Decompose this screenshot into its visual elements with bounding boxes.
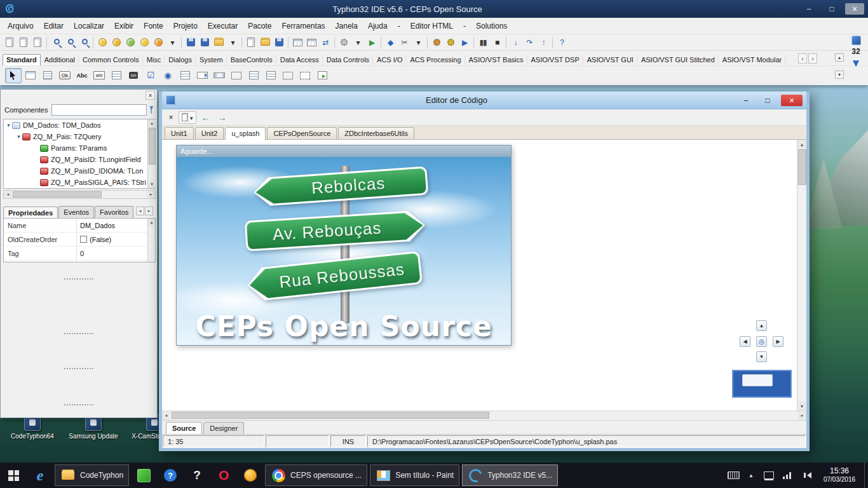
palette-tab[interactable]: ACS Processing <box>406 54 465 65</box>
editor-tab[interactable]: CEPsOpenSource <box>267 127 337 139</box>
property-row[interactable]: OldCreateOrder (False) <box>4 233 155 247</box>
nav-right-button[interactable] <box>773 336 783 347</box>
menu-item[interactable]: Pacote <box>243 22 276 30</box>
tab-scroll-right-icon[interactable] <box>145 207 153 215</box>
tframe-icon[interactable] <box>297 68 313 83</box>
tree-item[interactable]: ZQ_M_PaisID_IDIOMA: TLon <box>4 165 155 177</box>
green-app-button[interactable] <box>130 463 157 488</box>
keyboard-icon[interactable] <box>726 463 741 488</box>
help-white-button[interactable] <box>184 463 210 488</box>
splitter-handle[interactable] <box>64 368 93 369</box>
nav-up-button[interactable] <box>756 320 767 331</box>
tpopupmenu-icon[interactable] <box>39 68 56 83</box>
tedit-icon[interactable]: abI <box>91 68 107 83</box>
tools-dropdown-icon[interactable]: ▾ <box>411 36 425 50</box>
filter-icon[interactable] <box>150 106 154 114</box>
palette-scroll-left-icon[interactable] <box>798 53 807 64</box>
palette-tab[interactable]: Data Access <box>276 54 323 65</box>
menu-item[interactable]: Editor HTML <box>405 22 458 30</box>
menu-item[interactable]: Solutions <box>471 22 512 30</box>
codetyphon64-shortcut[interactable]: CodeTyphon64 <box>5 414 60 440</box>
pause-icon[interactable]: ▮▮ <box>476 36 490 50</box>
new-form-icon[interactable] <box>17 36 31 50</box>
toolbar-separator[interactable] <box>504 36 508 50</box>
property-value[interactable]: 0 <box>76 250 155 257</box>
display-icon[interactable] <box>761 463 776 488</box>
toolbar-separator[interactable] <box>471 36 476 50</box>
menu-item[interactable]: Fonte <box>139 22 168 30</box>
minimize-button[interactable] <box>799 3 818 15</box>
hidden-icons-icon[interactable] <box>743 463 759 488</box>
cut-icon[interactable]: ✂ <box>397 36 411 50</box>
tree-item[interactable]: ▾ DM_Dados: TDM_Dados <box>4 119 155 131</box>
tcheckgroup-icon[interactable] <box>262 68 279 83</box>
toolbar-separator[interactable] <box>44 36 49 50</box>
editor-horizontal-scrollbar[interactable] <box>162 410 806 420</box>
codetools-options-icon[interactable] <box>123 36 137 50</box>
property-value[interactable]: (False) <box>76 236 155 243</box>
inspector-tab[interactable]: Propriedades <box>3 207 58 219</box>
ttogglebox-icon[interactable]: on <box>125 68 142 83</box>
menu-item[interactable]: Exibir <box>109 22 139 30</box>
find-replace-icon[interactable] <box>63 36 77 50</box>
property-value[interactable]: DM_Dados <box>76 222 155 229</box>
editor-title-bar[interactable]: Editor de Código <box>162 92 806 109</box>
close-page-icon[interactable] <box>166 112 176 123</box>
palette-tab[interactable]: Standard <box>3 54 41 65</box>
toolbar-separator[interactable] <box>550 36 555 50</box>
help-blue-button[interactable] <box>157 463 184 488</box>
build-mode-icon[interactable] <box>337 36 351 50</box>
opera-button[interactable] <box>210 463 237 488</box>
tcheckbox-icon[interactable]: ☑ <box>142 68 159 83</box>
minimize-button[interactable] <box>738 95 754 106</box>
help-icon[interactable]: ? <box>555 36 569 50</box>
palette-tab[interactable]: Dialogs <box>165 54 196 65</box>
jump-back-icon[interactable] <box>199 111 213 124</box>
close-button[interactable] <box>845 3 864 15</box>
taskbar-clock[interactable]: 15:36 07/03/2016 <box>815 463 864 488</box>
scrollbar-thumb[interactable] <box>149 128 156 165</box>
stop-icon[interactable]: ■ <box>490 36 504 50</box>
start-button[interactable] <box>0 463 27 488</box>
tgroupbox-icon[interactable] <box>228 68 245 83</box>
scroll-down-icon[interactable] <box>797 402 806 410</box>
tmemo-icon[interactable] <box>108 68 125 83</box>
scrollbar-thumb[interactable] <box>13 191 102 198</box>
tbutton-icon[interactable]: Ok <box>57 68 73 83</box>
property-row[interactable]: Tag 0 <box>4 247 155 261</box>
close-icon[interactable] <box>146 91 155 100</box>
editor-vertical-scrollbar[interactable] <box>797 140 806 410</box>
expander-icon[interactable]: ▾ <box>15 133 22 140</box>
spin-up-icon[interactable] <box>835 53 844 62</box>
target-32bit-indicator[interactable]: 32 <box>846 36 865 69</box>
checkbox[interactable] <box>80 236 87 243</box>
tscrollbar-icon[interactable] <box>211 68 227 83</box>
ie-button[interactable] <box>27 463 53 488</box>
tree-horizontal-scrollbar[interactable] <box>3 190 156 199</box>
splitter-handle[interactable] <box>64 404 93 405</box>
menu-item[interactable]: Localizar <box>69 22 109 30</box>
tactionlist-icon[interactable] <box>314 68 330 83</box>
inspector-tab[interactable]: Eventos <box>58 206 94 218</box>
volume-icon[interactable] <box>797 463 812 488</box>
tree-item[interactable]: ZQ_M_PaisID: TLongintField <box>4 154 155 165</box>
find-in-files-icon[interactable] <box>77 36 91 50</box>
new-text-icon[interactable] <box>31 36 44 50</box>
toolbar-separator[interactable] <box>91 36 95 50</box>
property-row[interactable]: Name DM_Dados <box>4 219 155 233</box>
project-options-icon[interactable] <box>137 36 151 50</box>
grid-vertical-scrollbar[interactable] <box>147 219 155 262</box>
globe-button[interactable] <box>237 463 264 488</box>
build-mode-dropdown-icon[interactable]: ▾ <box>351 36 365 50</box>
save-icon[interactable] <box>184 36 198 50</box>
unit-selector[interactable] <box>179 111 196 124</box>
palette-tab[interactable]: BaseControls <box>227 54 276 65</box>
spin-down-icon[interactable] <box>835 71 844 79</box>
scroll-right-icon[interactable] <box>147 191 155 198</box>
tcombobox-icon[interactable] <box>194 68 210 83</box>
step-over-icon[interactable]: ↷ <box>522 36 536 50</box>
tradiogroup-icon[interactable] <box>245 68 262 83</box>
environment-options-icon[interactable] <box>95 36 109 50</box>
open-icon[interactable] <box>212 36 226 50</box>
find-icon[interactable] <box>49 36 63 50</box>
